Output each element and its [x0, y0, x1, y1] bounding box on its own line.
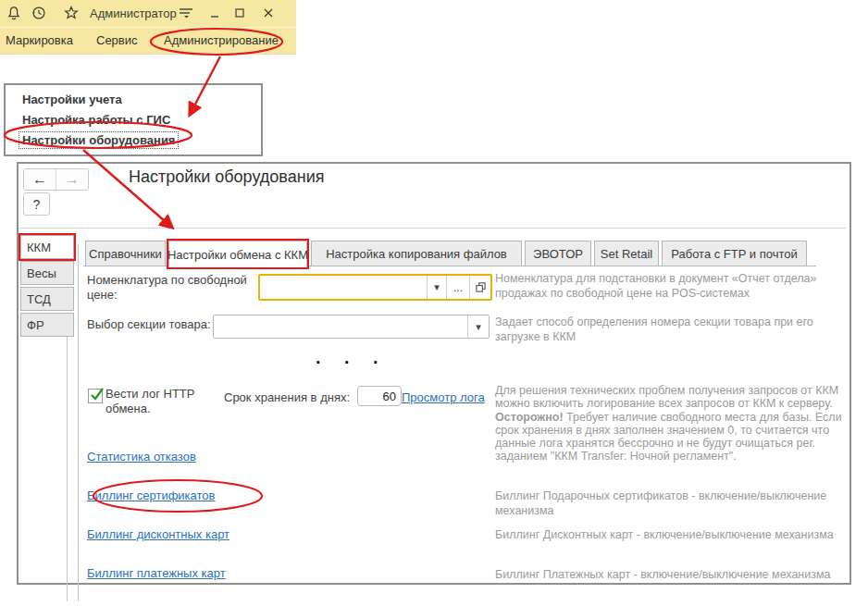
current-user-label: Администратор: [90, 6, 177, 20]
page-title: Настройки оборудования: [129, 167, 324, 187]
dropdown-item-nastroyki-ucheta[interactable]: Настройки учета: [22, 93, 122, 106]
section-field-description: Задает способ определения номера секции …: [495, 315, 847, 344]
menubar: Маркировка Сервис Администрирование: [0, 28, 296, 55]
payment-card-billing-link[interactable]: Биллинг платежных карт: [87, 566, 226, 580]
nomenclature-open-icon[interactable]: [469, 276, 490, 299]
certificate-billing-description: Биллинг Подарочных сертификатов - включе…: [495, 489, 847, 518]
failure-stats-link[interactable]: Статистика отказов: [87, 450, 196, 464]
tab-rabota-s-ftp[interactable]: Работа с FTP и почтой: [662, 241, 807, 266]
http-log-desc-warning: Осторожно!: [495, 411, 564, 424]
side-tab-vesy[interactable]: Весы: [20, 261, 74, 285]
nomenclature-more-button[interactable]: ...: [446, 276, 469, 299]
nomenclature-dropdown-icon[interactable]: ▾: [427, 276, 446, 299]
retention-days-label: Срок хранения в днях:: [224, 390, 350, 405]
payment-card-billing-description: Биллинг Платежных карт - включение/выклю…: [495, 567, 847, 582]
section-field: ▾: [213, 315, 490, 339]
retention-days-input[interactable]: [357, 386, 402, 406]
titlebar: Администратор: [0, 0, 296, 28]
history-icon[interactable]: [31, 5, 47, 21]
tab-nastroyki-obmena-s-kkm[interactable]: Настройки обмена с ККМ: [168, 241, 307, 267]
help-button[interactable]: ?: [23, 192, 50, 216]
minimize-button[interactable]: [205, 4, 224, 22]
discount-card-billing-description: Биллинг Дисконтных карт - включение/выкл…: [495, 527, 847, 542]
tab-nastroyka-kopirovaniya-faylov[interactable]: Настройка копирования файлов: [311, 241, 522, 266]
header-divider: [19, 228, 846, 229]
sidebar-divider-line: [67, 337, 68, 601]
view-log-link[interactable]: Просмотр лога: [402, 390, 485, 404]
forward-button[interactable]: →: [56, 169, 88, 190]
back-button[interactable]: ←: [24, 169, 56, 190]
tab-spravochniki[interactable]: Справочники: [85, 241, 166, 266]
http-log-description: Для решения технических проблем получени…: [495, 384, 850, 464]
nomenclature-field: ▾ ...: [258, 274, 492, 301]
side-tab-fr[interactable]: ФР: [20, 313, 74, 337]
section-input[interactable]: [214, 315, 467, 338]
certificate-billing-link[interactable]: Биллинг сертификатов: [87, 489, 215, 502]
administration-dropdown-menu: Настройки учета Настройка работы с ГИС Н…: [4, 83, 263, 156]
notifications-bell-icon[interactable]: [6, 5, 22, 21]
close-button[interactable]: [259, 4, 278, 22]
nomenclature-field-description: Номенклатура для подстановки в документ …: [495, 271, 847, 301]
section-dropdown-icon[interactable]: ▾: [467, 315, 489, 338]
collapsed-content-indicator: ▪ ▪ ▪: [316, 356, 389, 367]
tab-set-retail[interactable]: Set Retail: [594, 241, 659, 266]
nav-button-group: ← →: [23, 168, 89, 191]
nomenclature-input[interactable]: [260, 276, 427, 299]
main-menu-hamburger-icon[interactable]: [178, 6, 194, 22]
screen: Администратор Маркировка Сервис Админист…: [0, 0, 868, 606]
http-log-desc-part1: Для решения технических проблем получени…: [495, 384, 838, 410]
side-tab-tsd[interactable]: ТСД: [20, 287, 74, 311]
menu-item-administrirovanie[interactable]: Администрирование: [164, 33, 279, 47]
dropdown-item-rabota-s-gis[interactable]: Настройка работы с ГИС: [22, 113, 170, 127]
tab-evotor[interactable]: ЭВОТОР: [525, 241, 591, 266]
content-divider-line: [78, 244, 79, 601]
checkmark-icon: [89, 386, 105, 402]
dropdown-item-nastroyki-oborudovaniya[interactable]: Настройки оборудования: [19, 131, 179, 149]
equipment-settings-window: ← → Настройки оборудования ? ККМ Весы ТС…: [17, 162, 851, 585]
http-log-checkbox-label: Вести лог HTTP обмена.: [105, 387, 207, 416]
menu-item-servis[interactable]: Сервис: [96, 33, 138, 47]
nomenclature-field-label: Номенклатура по свободной цене:: [87, 273, 254, 303]
maximize-button[interactable]: [230, 4, 249, 22]
side-tab-kkm[interactable]: ККМ: [20, 235, 74, 259]
menu-item-markirovka[interactable]: Маркировка: [6, 33, 73, 47]
http-log-checkbox[interactable]: [88, 389, 103, 403]
favorites-star-icon[interactable]: [63, 5, 80, 21]
discount-card-billing-link[interactable]: Биллинг дисконтных карт: [87, 527, 229, 541]
